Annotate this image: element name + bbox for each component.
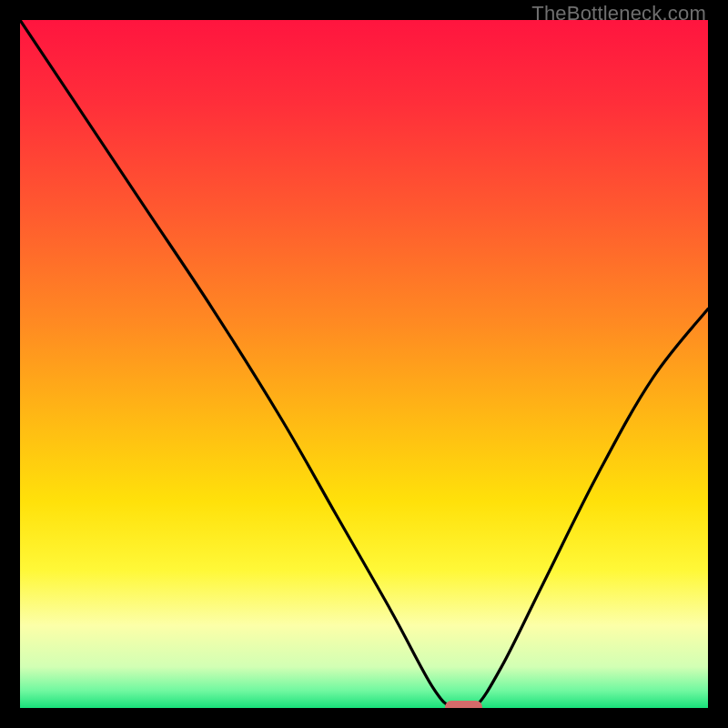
watermark-text: TheBottleneck.com — [531, 2, 706, 25]
plot-area — [20, 20, 708, 708]
bottleneck-curve — [20, 20, 708, 708]
chart-frame: TheBottleneck.com — [0, 0, 728, 728]
optimal-marker — [445, 701, 483, 708]
